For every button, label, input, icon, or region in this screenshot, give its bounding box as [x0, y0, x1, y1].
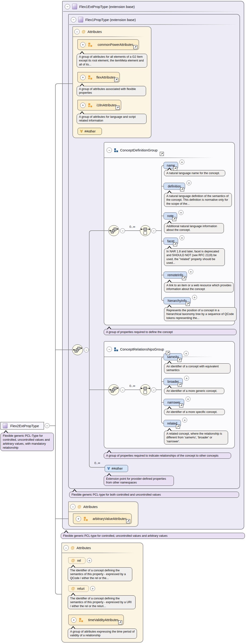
- ne-arrow-icon: ↗: [134, 46, 136, 48]
- collapse-choice-button[interactable]: −: [151, 228, 156, 233]
- complextype-icon: [72, 4, 77, 9]
- collapse-attributes1-button[interactable]: −: [74, 29, 80, 34]
- doc-bubble: The identifier of a concept defining the…: [68, 567, 132, 581]
- attribute-group-label: arbitraryValueAttributes: [90, 517, 129, 520]
- expand-flexattributes-button[interactable]: +: [80, 75, 86, 80]
- collapse-flex2extproptype-button[interactable]: −: [45, 423, 50, 428]
- goto-definition-icon[interactable]: ↗: [182, 276, 186, 280]
- collapse-choice-button[interactable]: −: [151, 388, 156, 392]
- collapse-conceptdefinitiongroup-button[interactable]: −: [106, 148, 112, 153]
- expand-i18nattributes-button[interactable]: +: [80, 102, 86, 108]
- ne-arrow-icon: ↗: [177, 425, 179, 428]
- attribute-icon: @: [71, 546, 74, 550]
- doc-text: A link to an item or a web resource whic…: [166, 284, 231, 291]
- choice-connector[interactable]: [140, 384, 151, 395]
- goto-definition-icon[interactable]: ↗: [118, 620, 122, 624]
- collapse-flex1extproptype-button[interactable]: −: [65, 4, 70, 9]
- goto-definition-icon[interactable]: ↗: [126, 519, 130, 523]
- goto-definition-icon[interactable]: ↗: [173, 242, 177, 246]
- plus-icon: +: [187, 398, 189, 401]
- collapse-sequence-button[interactable]: −: [120, 228, 125, 233]
- minus-icon: −: [72, 505, 74, 508]
- expand-broader-button[interactable]: +: [184, 376, 189, 381]
- expand-hierarchyinfo-button[interactable]: +: [192, 295, 197, 300]
- doc-text: A group of attributes expressing the tim…: [70, 630, 134, 637]
- goto-definition-icon[interactable]: ↗: [179, 404, 183, 408]
- goto-definition-icon[interactable]: ↗: [166, 351, 170, 355]
- expand-facet-button[interactable]: +: [180, 235, 184, 240]
- ne-arrow-icon: ↗: [161, 152, 163, 156]
- doc-text: Additional natural language information …: [166, 224, 217, 232]
- attribute-reluri[interactable]: @ reluri: [68, 585, 89, 592]
- minus-icon: −: [152, 388, 154, 392]
- plus-icon: +: [185, 352, 187, 355]
- minus-icon: −: [46, 424, 48, 428]
- expand-remoteinfo-button[interactable]: +: [188, 269, 193, 274]
- collapse-sequence-button[interactable]: −: [120, 388, 125, 392]
- element-label: narrower: [167, 400, 180, 404]
- goto-definition-icon[interactable]: ↗: [116, 106, 120, 110]
- expand-reluri-button[interactable]: +: [90, 586, 95, 591]
- expand-note-button[interactable]: +: [178, 210, 184, 215]
- ne-arrow-icon: ↗: [167, 352, 169, 354]
- sequence-connector[interactable]: [108, 225, 119, 236]
- plus-icon: +: [82, 43, 84, 46]
- goto-definition-icon[interactable]: ↗: [177, 358, 181, 362]
- collapse-attributes3-button[interactable]: −: [63, 545, 69, 550]
- attribute-group-icon: [79, 618, 83, 622]
- attribute-group-commonpowerattributes[interactable]: + commonPowerAttributes ↗: [77, 39, 139, 50]
- attribute-group-flexattributes[interactable]: + flexAttributes ↗: [77, 72, 120, 83]
- attribute-wildcard[interactable]: ∀ ##other: [78, 128, 102, 135]
- goto-definition-icon[interactable]: ↗: [172, 217, 176, 221]
- occurs-label: 0..∞: [124, 225, 140, 228]
- expand-related-button[interactable]: +: [182, 418, 187, 422]
- ne-arrow-icon: ↗: [183, 277, 185, 280]
- choice-icon: [140, 384, 150, 395]
- plus-icon: +: [186, 377, 188, 380]
- goto-definition-icon[interactable]: ↗: [160, 152, 164, 156]
- goto-definition-icon[interactable]: ↗: [173, 166, 177, 170]
- expand-narrower-button[interactable]: +: [186, 396, 190, 402]
- main-sequence-connector[interactable]: [72, 344, 83, 355]
- attributes1-title: Attributes: [88, 30, 102, 34]
- ne-arrow-icon: ↗: [178, 358, 180, 362]
- doc-text: A group of attributes for language and s…: [79, 115, 136, 122]
- collapse-flex1proptype-button[interactable]: −: [71, 17, 76, 22]
- flex2extproptype-annotation: Flexible generic PCL-Type for controlled…: [0, 433, 54, 451]
- expand-rel-button[interactable]: +: [87, 558, 92, 563]
- goto-definition-icon[interactable]: ↗: [178, 383, 182, 387]
- plus-icon: +: [82, 104, 84, 107]
- element-label: sameAs: [167, 355, 179, 359]
- collapse-conceptrelationshipsgroup-button[interactable]: −: [106, 346, 112, 352]
- doc-bubble: The identifier of a concept defining the…: [68, 596, 136, 609]
- attribute-rel[interactable]: @ rel: [68, 557, 86, 564]
- occurs-label: 0..∞: [124, 384, 140, 388]
- flex2extproptype-box[interactable]: Flex2ExtPropType: [0, 422, 44, 430]
- collapse-attributes2-button[interactable]: −: [70, 504, 76, 510]
- goto-definition-icon[interactable]: ↗: [176, 424, 180, 428]
- attribute-group-timevalidityattributes[interactable]: + timeValidityAttributes ↗: [68, 614, 124, 625]
- doc-text: Extension point for provider-defined pro…: [106, 477, 166, 484]
- expand-timevalidityattributes-button[interactable]: +: [71, 617, 76, 623]
- sequence-connector[interactable]: [108, 384, 119, 395]
- expand-definition-button[interactable]: +: [186, 180, 192, 185]
- element-label: hierarchyInfo: [168, 299, 187, 302]
- goto-definition-icon[interactable]: ↗: [180, 188, 184, 192]
- expand-commonpowerattributes-button[interactable]: +: [80, 42, 86, 48]
- doc-bubble: In NAR 1.8 and later, facet is deprecate…: [164, 248, 225, 266]
- choice-connector[interactable]: [140, 225, 151, 236]
- ne-arrow-icon: ↗: [173, 218, 175, 220]
- attribute-group-arbitraryvalueattributes[interactable]: + arbitraryValueAttributes ↗: [73, 514, 132, 524]
- plus-icon: +: [77, 517, 79, 520]
- attribute-group-i18nattributes[interactable]: + i18nAttributes ↗: [77, 100, 121, 110]
- element-wildcard[interactable]: ∀ ##other: [105, 465, 128, 472]
- expand-sameas-button[interactable]: +: [184, 351, 188, 356]
- expand-arbitraryvalueattributes-button[interactable]: +: [76, 516, 81, 522]
- element-group-icon: [114, 148, 118, 152]
- goto-definition-icon[interactable]: ↗: [114, 78, 118, 82]
- goto-definition-icon[interactable]: ↗: [134, 45, 138, 49]
- expand-name-button[interactable]: +: [180, 160, 184, 164]
- complextype-icon: [3, 423, 8, 428]
- collapse-main-sequence-button[interactable]: −: [84, 348, 89, 352]
- goto-definition-icon[interactable]: ↗: [186, 302, 190, 306]
